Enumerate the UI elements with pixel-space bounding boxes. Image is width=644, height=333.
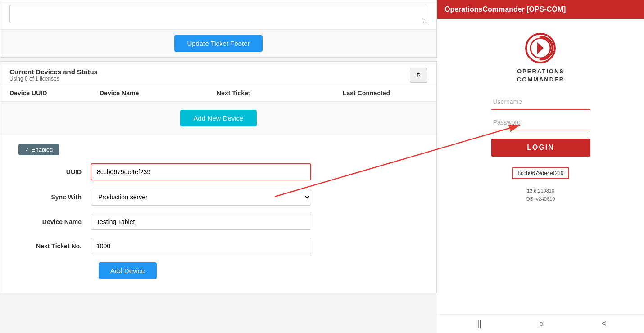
sync-with-row: Sync With Production server Staging serv… — [18, 189, 418, 206]
login-button[interactable]: LOGIN — [491, 139, 590, 157]
uuid-input[interactable] — [91, 163, 311, 180]
uuid-display-box: 8ccb0679de4ef239 — [512, 167, 569, 179]
col-next-ticket: Next Ticket — [217, 90, 343, 97]
col-name: Device Name — [100, 90, 217, 97]
svg-marker-2 — [537, 42, 544, 54]
next-ticket-row: Next Ticket No. — [18, 238, 418, 254]
version-number: 12.6.210810 — [526, 187, 555, 195]
add-device-row: Add New Device — [0, 102, 436, 135]
right-panel: OperationsCommander [OPS-COM] OPERATIONS… — [437, 0, 644, 333]
ops-logo-line1: OPERATIONS — [517, 68, 564, 76]
sync-with-label: Sync With — [18, 194, 91, 201]
main-panel: Update Ticket Footer Current Devices and… — [0, 0, 437, 333]
footer-section: Update Ticket Footer — [0, 0, 437, 58]
license-info: Using 0 of 1 licenses — [9, 76, 98, 82]
nav-back-icon[interactable]: < — [602, 319, 607, 328]
devices-header-left: Current Devices and Status Using 0 of 1 … — [9, 68, 98, 82]
ops-logo-text: OPERATIONS COMMANDER — [517, 68, 564, 84]
add-device-submit-button[interactable]: Add Device — [99, 262, 157, 279]
ops-logo-icon — [525, 32, 556, 64]
device-form-section: ✓ Enabled UUID Sync With Production serv… — [0, 135, 436, 292]
devices-section: Current Devices and Status Using 0 of 1 … — [0, 61, 437, 293]
devices-table-header: Device UUID Device Name Next Ticket Last… — [0, 85, 436, 102]
bottom-nav: ||| ○ < — [437, 314, 644, 333]
device-name-input[interactable] — [91, 214, 311, 230]
next-ticket-label: Next Ticket No. — [18, 243, 91, 250]
devices-header: Current Devices and Status Using 0 of 1 … — [0, 62, 436, 85]
right-panel-header: OperationsCommander [OPS-COM] — [437, 0, 644, 19]
enabled-badge: ✓ Enabled — [18, 144, 59, 155]
app-title: OperationsCommander [OPS-COM] — [444, 5, 566, 13]
sync-with-select[interactable]: Production server Staging server Local s… — [91, 189, 311, 206]
ops-logo-container: OPERATIONS COMMANDER — [517, 32, 564, 84]
next-ticket-input[interactable] — [91, 238, 311, 254]
add-new-device-button[interactable]: Add New Device — [180, 110, 257, 126]
password-input[interactable] — [491, 115, 590, 130]
uuid-row: UUID — [18, 163, 418, 180]
purchase-button[interactable]: P — [410, 68, 427, 83]
device-name-label: Device Name — [18, 218, 91, 225]
uuid-label: UUID — [18, 168, 91, 176]
right-panel-content: OPERATIONS COMMANDER LOGIN 8ccb0679de4ef… — [437, 19, 644, 314]
update-ticket-footer-button[interactable]: Update Ticket Footer — [174, 35, 262, 52]
version-info: 12.6.210810 DB: v240610 — [526, 187, 555, 203]
nav-menu-icon[interactable]: ||| — [475, 319, 481, 328]
db-version: DB: v240610 — [526, 195, 555, 203]
login-form: LOGIN 8ccb0679de4ef239 12.6.210810 DB: v… — [491, 94, 590, 203]
nav-home-icon[interactable]: ○ — [539, 319, 544, 328]
footer-btn-row: Update Ticket Footer — [0, 29, 436, 57]
device-name-row: Device Name — [18, 214, 418, 230]
col-uuid: Device UUID — [9, 90, 100, 97]
col-last-connected: Last Connected — [343, 90, 437, 97]
username-input[interactable] — [491, 94, 590, 110]
footer-textarea[interactable] — [9, 5, 427, 23]
devices-section-title: Current Devices and Status — [9, 68, 98, 76]
ops-logo-line2: COMMANDER — [517, 76, 564, 84]
